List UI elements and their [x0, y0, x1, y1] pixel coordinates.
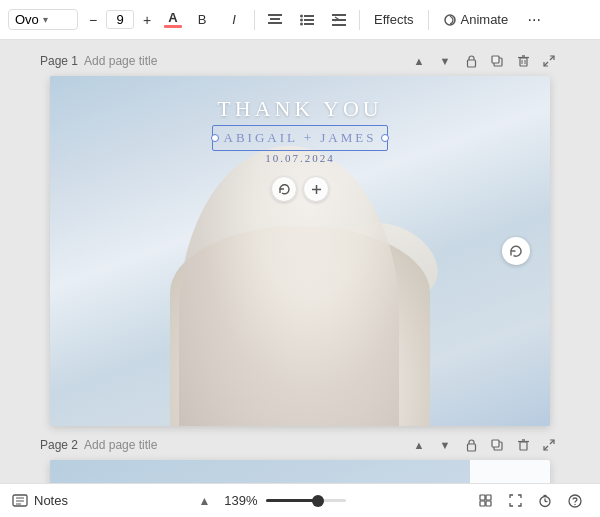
bold-button[interactable]: B [188, 6, 216, 34]
svg-rect-4 [304, 15, 314, 17]
page-1-add-title[interactable]: Add page title [84, 54, 157, 68]
page-1-up-button[interactable]: ▲ [408, 50, 430, 72]
fullscreen-icon [509, 494, 522, 507]
svg-rect-6 [304, 19, 314, 21]
page-1-expand-button[interactable] [538, 50, 560, 72]
divider-2 [359, 10, 360, 30]
copy-icon [491, 55, 503, 67]
font-size-input[interactable] [106, 10, 134, 29]
notes-label: Notes [34, 493, 68, 508]
svg-rect-9 [332, 14, 346, 16]
animate-button[interactable]: Animate [435, 8, 517, 31]
effects-label: Effects [374, 12, 414, 27]
page-1-canvas[interactable]: THANK YOU ABIGAIL + JAMES 10.07.2024 [50, 76, 550, 426]
font-size-increase-button[interactable]: + [136, 9, 158, 31]
lock-icon [466, 55, 477, 68]
bottom-right-controls [472, 488, 588, 514]
canvas-text-layer: THANK YOU ABIGAIL + JAMES 10.07.2024 [50, 76, 550, 426]
svg-rect-38 [486, 495, 491, 500]
floating-toolbar [271, 176, 329, 202]
selection-handle-left[interactable] [211, 134, 219, 142]
svg-point-7 [300, 22, 303, 25]
page-2-number: Page 2 [40, 438, 78, 452]
svg-rect-25 [467, 444, 475, 451]
page-2-canvas[interactable] [50, 460, 550, 483]
color-a-label: A [168, 11, 177, 24]
grid-view-button[interactable] [472, 488, 498, 514]
grid-icon [479, 494, 492, 507]
add-icon [310, 183, 323, 196]
svg-rect-0 [268, 14, 282, 16]
zoom-slider[interactable] [266, 499, 346, 502]
canvas-area: Page 1 Add page title ▲ ▼ [0, 40, 600, 483]
list-icon [300, 14, 314, 26]
names-text: ABIGAIL + JAMES [216, 128, 385, 148]
help-button[interactable] [562, 488, 588, 514]
effects-button[interactable]: Effects [366, 8, 422, 31]
trash-icon-2 [518, 439, 529, 451]
page-2-delete-button[interactable] [512, 434, 534, 456]
page-1-down-button[interactable]: ▼ [434, 50, 456, 72]
expand-icon [543, 55, 555, 67]
timer-button[interactable] [532, 488, 558, 514]
zoom-slider-fill [266, 499, 318, 502]
svg-rect-15 [492, 56, 499, 63]
page-2-copy-button[interactable] [486, 434, 508, 456]
notes-button[interactable]: Notes [12, 493, 68, 508]
divider-1 [254, 10, 255, 30]
zoom-slider-thumb [312, 495, 324, 507]
svg-point-5 [300, 18, 303, 21]
page-2-controls: ▲ ▼ [408, 434, 560, 456]
expand-icon-2 [543, 439, 555, 451]
svg-rect-1 [270, 18, 280, 20]
page-1-delete-button[interactable] [512, 50, 534, 72]
svg-rect-37 [480, 495, 485, 500]
page-2-label-row: Page 2 Add page title ▲ ▼ [40, 434, 560, 456]
page-2-expand-button[interactable] [538, 434, 560, 456]
italic-button[interactable]: I [220, 6, 248, 34]
canvas-refresh-icon [509, 244, 523, 258]
lock-icon-2 [466, 439, 477, 452]
font-size-decrease-button[interactable]: − [82, 9, 104, 31]
refresh-float-button[interactable] [271, 176, 297, 202]
selection-handle-right[interactable] [381, 134, 389, 142]
zoom-level-label: 139% [223, 493, 258, 508]
list-button[interactable] [293, 6, 321, 34]
svg-rect-8 [304, 23, 314, 25]
more-options-button[interactable]: ··· [520, 6, 548, 34]
page-2-add-title[interactable]: Add page title [84, 438, 157, 452]
page-1-number: Page 1 [40, 54, 78, 68]
svg-point-45 [569, 495, 581, 507]
svg-rect-2 [268, 22, 282, 24]
page-1-label-row: Page 1 Add page title ▲ ▼ [40, 50, 560, 72]
help-icon [568, 494, 582, 508]
chevron-down-icon: ▾ [43, 14, 48, 25]
svg-rect-10 [332, 19, 346, 21]
names-text-box[interactable]: ABIGAIL + JAMES [216, 128, 385, 148]
page-2-down-button[interactable]: ▼ [434, 434, 456, 456]
text-color-button[interactable]: A [162, 9, 184, 31]
page-1-controls: ▲ ▼ [408, 50, 560, 72]
page-1-copy-button[interactable] [486, 50, 508, 72]
divider-3 [428, 10, 429, 30]
page-1-lock-button[interactable] [460, 50, 482, 72]
svg-rect-40 [486, 501, 491, 506]
canvas-refresh-button[interactable] [502, 237, 530, 265]
more-icon: ··· [528, 11, 541, 29]
svg-point-3 [300, 14, 303, 17]
fullscreen-button[interactable] [502, 488, 528, 514]
bottom-bar: Notes ▲ 139% [0, 483, 600, 517]
align-button[interactable] [261, 6, 289, 34]
page-2-container: Page 2 Add page title ▲ ▼ [0, 434, 600, 483]
indent-button[interactable] [325, 6, 353, 34]
zoom-control: ▲ 139% [193, 490, 346, 512]
svg-point-46 [574, 503, 575, 504]
zoom-up-button[interactable]: ▲ [193, 490, 215, 512]
page-2-lock-button[interactable] [460, 434, 482, 456]
font-family-select[interactable]: Ovo ▾ [8, 9, 78, 30]
svg-rect-13 [467, 60, 475, 67]
indent-icon [332, 14, 346, 26]
date-text: 10.07.2024 [265, 152, 335, 164]
page-2-up-button[interactable]: ▲ [408, 434, 430, 456]
add-float-button[interactable] [303, 176, 329, 202]
